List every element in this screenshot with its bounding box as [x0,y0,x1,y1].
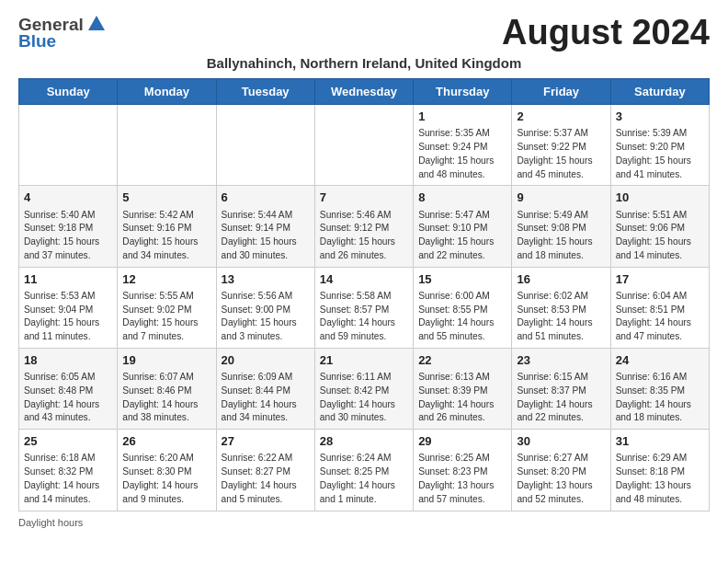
day-number: 23 [517,352,605,369]
day-number: 24 [616,352,704,369]
day-number: 20 [222,352,310,369]
day-info: Sunrise: 6:27 AM Sunset: 8:20 PM Dayligh… [517,452,605,506]
day-info: Sunrise: 6:02 AM Sunset: 8:53 PM Dayligh… [517,290,605,344]
day-number: 18 [24,352,112,369]
calendar-cell: 6Sunrise: 5:44 AM Sunset: 9:14 PM Daylig… [216,186,314,267]
day-info: Sunrise: 6:15 AM Sunset: 8:37 PM Dayligh… [517,371,605,425]
calendar-cell: 19Sunrise: 6:07 AM Sunset: 8:46 PM Dayli… [118,348,216,429]
calendar-cell [216,105,314,186]
day-info: Sunrise: 6:09 AM Sunset: 8:44 PM Dayligh… [222,371,310,425]
calendar-week-4: 18Sunrise: 6:05 AM Sunset: 8:48 PM Dayli… [19,348,710,429]
day-number: 31 [616,433,704,450]
calendar-cell: 7Sunrise: 5:46 AM Sunset: 9:12 PM Daylig… [314,186,413,267]
day-info: Sunrise: 5:55 AM Sunset: 9:02 PM Dayligh… [122,290,210,344]
day-number: 27 [222,433,310,450]
calendar-cell: 11Sunrise: 5:53 AM Sunset: 9:04 PM Dayli… [19,267,118,348]
weekday-header-monday: Monday [118,79,216,105]
calendar-week-3: 11Sunrise: 5:53 AM Sunset: 9:04 PM Dayli… [19,267,710,348]
day-info: Sunrise: 5:40 AM Sunset: 9:18 PM Dayligh… [24,209,112,263]
day-number: 9 [517,190,605,206]
day-info: Sunrise: 6:22 AM Sunset: 8:27 PM Dayligh… [222,452,310,506]
calendar-cell: 17Sunrise: 6:04 AM Sunset: 8:51 PM Dayli… [610,267,709,348]
calendar-cell: 14Sunrise: 5:58 AM Sunset: 8:57 PM Dayli… [314,267,413,348]
calendar-cell: 1Sunrise: 5:35 AM Sunset: 9:24 PM Daylig… [414,105,512,186]
logo: General Blue [18,15,107,52]
day-info: Sunrise: 6:13 AM Sunset: 8:39 PM Dayligh… [418,371,506,425]
day-info: Sunrise: 5:51 AM Sunset: 9:06 PM Dayligh… [616,209,704,263]
day-info: Sunrise: 5:44 AM Sunset: 9:14 PM Dayligh… [222,209,310,263]
day-number: 30 [517,433,605,450]
weekday-header-friday: Friday [512,79,610,105]
calendar-cell: 16Sunrise: 6:02 AM Sunset: 8:53 PM Dayli… [512,267,610,348]
day-info: Sunrise: 6:18 AM Sunset: 8:32 PM Dayligh… [24,452,112,506]
calendar-table: SundayMondayTuesdayWednesdayThursdayFrid… [18,78,710,511]
weekday-header-wednesday: Wednesday [314,79,413,105]
day-number: 28 [320,433,408,450]
calendar-cell: 21Sunrise: 6:11 AM Sunset: 8:42 PM Dayli… [314,348,413,429]
weekday-header-tuesday: Tuesday [216,79,314,105]
day-number: 26 [122,433,210,450]
day-info: Sunrise: 6:29 AM Sunset: 8:18 PM Dayligh… [616,452,704,506]
day-number: 4 [24,190,112,206]
day-number: 8 [418,190,506,206]
calendar-cell: 22Sunrise: 6:13 AM Sunset: 8:39 PM Dayli… [414,348,512,429]
day-info: Sunrise: 5:46 AM Sunset: 9:12 PM Dayligh… [320,209,408,263]
svg-marker-0 [88,16,105,30]
calendar-week-5: 25Sunrise: 6:18 AM Sunset: 8:32 PM Dayli… [19,430,710,511]
day-number: 14 [320,271,408,288]
day-info: Sunrise: 6:24 AM Sunset: 8:25 PM Dayligh… [320,452,408,506]
day-info: Sunrise: 6:20 AM Sunset: 8:30 PM Dayligh… [122,452,210,506]
day-number: 3 [616,109,704,125]
calendar-cell: 4Sunrise: 5:40 AM Sunset: 9:18 PM Daylig… [19,186,118,267]
day-info: Sunrise: 5:56 AM Sunset: 9:00 PM Dayligh… [222,290,310,344]
day-number: 13 [222,271,310,288]
calendar-cell [118,105,216,186]
calendar-cell [19,105,118,186]
day-number: 17 [616,271,704,288]
calendar-cell: 10Sunrise: 5:51 AM Sunset: 9:06 PM Dayli… [610,186,709,267]
day-info: Sunrise: 5:35 AM Sunset: 9:24 PM Dayligh… [418,127,506,181]
day-number: 1 [418,109,506,125]
day-number: 15 [418,271,506,288]
calendar-cell: 27Sunrise: 6:22 AM Sunset: 8:27 PM Dayli… [216,430,314,511]
day-info: Sunrise: 6:11 AM Sunset: 8:42 PM Dayligh… [320,371,408,425]
calendar-cell: 20Sunrise: 6:09 AM Sunset: 8:44 PM Dayli… [216,348,314,429]
day-info: Sunrise: 6:00 AM Sunset: 8:55 PM Dayligh… [418,290,506,344]
day-info: Sunrise: 6:07 AM Sunset: 8:46 PM Dayligh… [122,371,210,425]
calendar-week-2: 4Sunrise: 5:40 AM Sunset: 9:18 PM Daylig… [19,186,710,267]
day-info: Sunrise: 6:04 AM Sunset: 8:51 PM Dayligh… [616,290,704,344]
calendar-cell: 25Sunrise: 6:18 AM Sunset: 8:32 PM Dayli… [19,430,118,511]
day-number: 2 [517,109,605,125]
calendar-cell: 30Sunrise: 6:27 AM Sunset: 8:20 PM Dayli… [512,430,610,511]
day-info: Sunrise: 5:58 AM Sunset: 8:57 PM Dayligh… [320,290,408,344]
day-number: 10 [616,190,704,206]
footer-note: Daylight hours [18,517,710,528]
month-year-title: August 2024 [502,15,710,50]
calendar-cell: 23Sunrise: 6:15 AM Sunset: 8:37 PM Dayli… [512,348,610,429]
weekday-header-sunday: Sunday [19,79,118,105]
logo-icon [86,14,107,34]
day-info: Sunrise: 6:05 AM Sunset: 8:48 PM Dayligh… [24,371,112,425]
calendar-cell: 12Sunrise: 5:55 AM Sunset: 9:02 PM Dayli… [118,267,216,348]
calendar-cell: 15Sunrise: 6:00 AM Sunset: 8:55 PM Dayli… [414,267,512,348]
day-number: 22 [418,352,506,369]
calendar-cell: 26Sunrise: 6:20 AM Sunset: 8:30 PM Dayli… [118,430,216,511]
calendar-cell: 29Sunrise: 6:25 AM Sunset: 8:23 PM Dayli… [414,430,512,511]
weekday-header-saturday: Saturday [610,79,709,105]
day-info: Sunrise: 5:39 AM Sunset: 9:20 PM Dayligh… [616,127,704,181]
day-number: 21 [320,352,408,369]
day-number: 19 [122,352,210,369]
calendar-cell: 5Sunrise: 5:42 AM Sunset: 9:16 PM Daylig… [118,186,216,267]
calendar-header-row: SundayMondayTuesdayWednesdayThursdayFrid… [19,79,710,105]
day-info: Sunrise: 5:49 AM Sunset: 9:08 PM Dayligh… [517,209,605,263]
day-number: 25 [24,433,112,450]
calendar-week-1: 1Sunrise: 5:35 AM Sunset: 9:24 PM Daylig… [19,105,710,186]
day-info: Sunrise: 5:53 AM Sunset: 9:04 PM Dayligh… [24,290,112,344]
calendar-cell: 18Sunrise: 6:05 AM Sunset: 8:48 PM Dayli… [19,348,118,429]
calendar-cell: 9Sunrise: 5:49 AM Sunset: 9:08 PM Daylig… [512,186,610,267]
calendar-cell: 2Sunrise: 5:37 AM Sunset: 9:22 PM Daylig… [512,105,610,186]
calendar-cell: 31Sunrise: 6:29 AM Sunset: 8:18 PM Dayli… [610,430,709,511]
calendar-cell: 28Sunrise: 6:24 AM Sunset: 8:25 PM Dayli… [314,430,413,511]
day-info: Sunrise: 5:37 AM Sunset: 9:22 PM Dayligh… [517,127,605,181]
day-info: Sunrise: 5:47 AM Sunset: 9:10 PM Dayligh… [418,209,506,263]
